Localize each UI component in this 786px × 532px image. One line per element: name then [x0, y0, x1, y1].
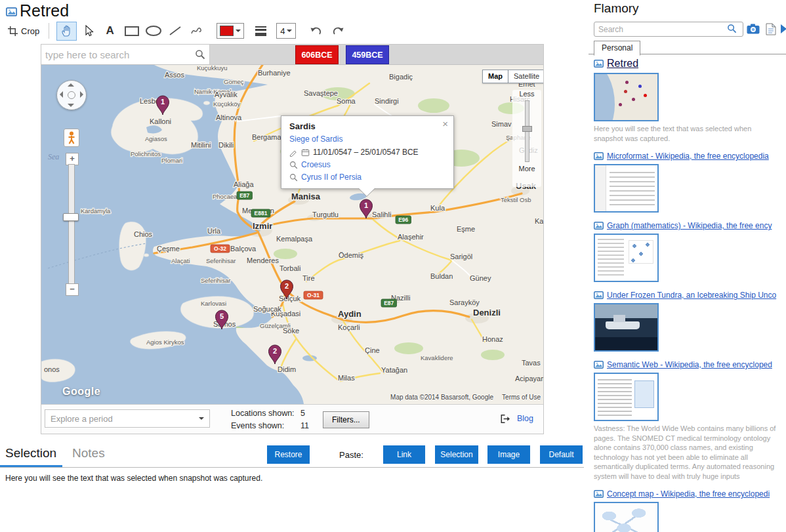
- pan-center-icon[interactable]: [68, 91, 75, 99]
- popup-event-link[interactable]: Siege of Sardis: [289, 134, 445, 144]
- snapshot-icon: [594, 222, 604, 230]
- zoom-out-button[interactable]: −: [66, 283, 79, 296]
- pan-down-icon[interactable]: [68, 104, 74, 107]
- svg-text:E87: E87: [239, 192, 249, 199]
- map-label: Çeşme: [157, 245, 180, 253]
- item-thumb[interactable]: [594, 303, 659, 352]
- item-title[interactable]: Semantic Web - Wikipedia, the free encyc…: [607, 360, 772, 369]
- undo-button[interactable]: [306, 22, 326, 41]
- sidebar: Flamory Personal Retred Here you will se…: [589, 0, 786, 532]
- line-width-button[interactable]: [251, 22, 271, 41]
- map-pan-control[interactable]: [56, 80, 87, 110]
- zoom-slider-handle[interactable]: [63, 213, 79, 221]
- tab-selection[interactable]: Selection: [5, 446, 56, 460]
- map-label: Phocaea: [213, 193, 238, 200]
- item-thumb[interactable]: [594, 73, 659, 121]
- item-thumb[interactable]: [594, 164, 659, 213]
- rectangle-tool-button[interactable]: [121, 22, 142, 41]
- tab-notes[interactable]: Notes: [72, 446, 105, 460]
- list-item-header[interactable]: Graph (mathematics) - Wikipedia, the fre…: [594, 221, 784, 230]
- svg-text:O-32: O-32: [214, 245, 226, 252]
- map-region: 606BCE 459BCE: [41, 45, 543, 434]
- map-label: Balçova: [230, 245, 257, 253]
- filters-button[interactable]: Filters...: [323, 411, 369, 428]
- popup-person-link[interactable]: Cyrus II of Persia: [301, 173, 362, 182]
- pan-left-icon[interactable]: [60, 91, 63, 98]
- sidebar-tabs: Personal: [589, 40, 786, 54]
- map-label: Kardamyla: [81, 207, 111, 215]
- item-thumb[interactable]: [594, 234, 659, 282]
- map-label: Ayvalik: [215, 91, 238, 98]
- sidebar-app-title: Flamory: [594, 1, 639, 16]
- item-thumb[interactable]: [594, 502, 659, 532]
- item-desc: Vastness: The World Wide Web contains ma…: [594, 424, 781, 481]
- map-attribution: Map data ©2014 Basarsoft, Google: [390, 394, 493, 401]
- item-title[interactable]: Retred: [607, 58, 638, 70]
- map-canvas[interactable]: KuçukkuyuAssosBurhaniyeBigadiçGomeçNamik…: [41, 65, 543, 404]
- period-dropdown[interactable]: Explore a period: [45, 409, 210, 428]
- map-label: Agiasos: [145, 135, 167, 142]
- map-label: Savaştepe: [304, 89, 338, 97]
- map-type-map-button[interactable]: Map: [482, 70, 508, 83]
- map-search-box[interactable]: [41, 45, 210, 64]
- line-tool-button[interactable]: [165, 22, 185, 41]
- restore-button[interactable]: Restore: [267, 445, 310, 464]
- flamory-logo-icon[interactable]: [778, 21, 786, 37]
- text-tool-button[interactable]: A: [100, 22, 120, 41]
- list-item: Concept map - Wikipedia, the free encycl…: [594, 489, 784, 532]
- ellipse-tool-button[interactable]: [143, 22, 163, 41]
- hand-tool-button[interactable]: [56, 22, 77, 41]
- map-label: Karlovasi: [201, 300, 226, 307]
- list-item-header[interactable]: Semantic Web - Wikipedia, the free encyc…: [594, 360, 784, 369]
- list-item-header[interactable]: Retred: [594, 58, 784, 70]
- road-shield: O-31: [304, 291, 323, 299]
- period-button[interactable]: 459BCE: [346, 45, 389, 64]
- list-item: Retred Here you will see the text that w…: [594, 58, 784, 143]
- paste-link-button[interactable]: Link: [383, 445, 425, 464]
- color-picker[interactable]: [217, 23, 244, 39]
- pan-up-icon[interactable]: [68, 83, 74, 87]
- map-label: Çine: [365, 346, 380, 354]
- new-page-button[interactable]: [762, 21, 779, 37]
- map-search-input[interactable]: [44, 47, 194, 62]
- item-title[interactable]: Under Frozen Tundra, an Icebreaking Ship…: [607, 291, 776, 300]
- density-slider-track[interactable]: [525, 100, 529, 162]
- terms-of-use-link[interactable]: Terms of Use: [502, 394, 541, 401]
- select-tool-button[interactable]: [78, 22, 98, 41]
- redo-button[interactable]: [327, 22, 348, 41]
- list-item: Under Frozen Tundra, an Icebreaking Ship…: [594, 291, 784, 352]
- paste-default-button[interactable]: Default: [540, 445, 583, 464]
- zoom-slider-track[interactable]: [68, 164, 75, 285]
- search-input[interactable]: [594, 22, 743, 37]
- map-type-satellite-button[interactable]: Satellite: [508, 70, 543, 83]
- bottom-tabs: Selection Notes Restore Paste: Link Sele…: [0, 443, 584, 468]
- freehand-tool-button[interactable]: [186, 22, 207, 41]
- item-thumb[interactable]: [594, 373, 659, 421]
- list-item-header[interactable]: Under Frozen Tundra, an Icebreaking Ship…: [594, 291, 784, 300]
- export-icon[interactable]: [499, 413, 510, 427]
- search-icon[interactable]: [727, 24, 737, 36]
- pan-right-icon[interactable]: [80, 91, 83, 98]
- camera-button[interactable]: [745, 21, 762, 37]
- close-icon[interactable]: ×: [442, 118, 448, 129]
- paste-image-button[interactable]: Image: [487, 445, 530, 464]
- list-item-header[interactable]: Microformat - Wikipedia, the free encycl…: [594, 152, 784, 161]
- blog-link[interactable]: Blog: [517, 414, 533, 423]
- item-title[interactable]: Microformat - Wikipedia, the free encycl…: [607, 152, 769, 161]
- paste-selection-button[interactable]: Selection: [435, 445, 478, 464]
- size-dropdown[interactable]: 4: [276, 23, 296, 39]
- map-label: Menderes: [247, 256, 279, 264]
- tab-personal[interactable]: Personal: [594, 41, 640, 56]
- density-slider-handle[interactable]: [522, 126, 532, 132]
- list-item-header[interactable]: Concept map - Wikipedia, the free encycl…: [594, 489, 784, 499]
- toolbar-separator: [49, 23, 49, 39]
- crop-button[interactable]: Crop: [4, 24, 43, 38]
- map-label: Urla: [207, 227, 221, 235]
- item-title[interactable]: Concept map - Wikipedia, the free encycl…: [607, 489, 770, 499]
- pegman-control[interactable]: [64, 129, 79, 147]
- popup-person-link[interactable]: Croesus: [301, 160, 331, 169]
- period-button[interactable]: 606BCE: [295, 45, 339, 64]
- map-label: Sea: [48, 152, 59, 161]
- item-title[interactable]: Graph (mathematics) - Wikipedia, the fre…: [607, 221, 772, 230]
- search-icon[interactable]: [195, 49, 205, 62]
